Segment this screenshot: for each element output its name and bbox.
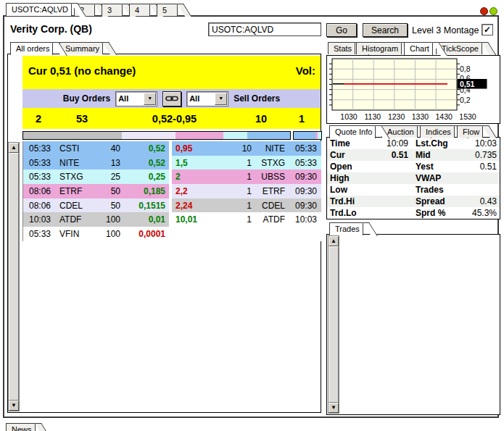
quote-row: Time 10:09 Lst.Chg 10:03 [327, 138, 500, 149]
order-filter-bar: Buy Orders All ▼ All ▼ Sell Orders [22, 89, 321, 108]
scroll-up-icon[interactable]: ▲ [329, 236, 339, 246]
current-price-marker: 0,51 [460, 80, 475, 88]
book-scrollbar[interactable]: ▲ ▼ [8, 142, 20, 411]
quote-row: Low Trades [327, 184, 500, 196]
sell-filter-dropdown[interactable]: All ▼ [186, 91, 228, 106]
depth-seg-cyan [223, 132, 247, 139]
tab-all-orders[interactable]: All orders [10, 42, 53, 55]
scrollbar-thumb[interactable] [9, 153, 19, 401]
tab-chart[interactable]: Chart [404, 42, 433, 55]
window-tab-symbol[interactable]: USOTC:AQLVD [6, 3, 72, 16]
order-book: 05:33 CSTI 40 0,52 0,95 10 NITE 05:33 05… [22, 141, 321, 241]
depth-seg-blue [294, 132, 315, 139]
trades-scrollbar[interactable]: ▲ ▼ [328, 235, 339, 414]
bid-row[interactable]: 05:33 CSTI 40 0,52 [23, 141, 169, 156]
bid-size: 100 [104, 214, 129, 225]
quote-label: Trades [408, 185, 455, 195]
bid-mm: NITE [59, 158, 104, 168]
tab-stats[interactable]: Stats [328, 42, 355, 54]
check-icon: ✓ [484, 25, 491, 35]
ask-price: 0,95 [172, 143, 222, 154]
quote-label: Cur [327, 150, 368, 160]
bid-mm: CDEL [59, 201, 104, 211]
ask-price: 2,2 [172, 186, 222, 196]
tab-quote-info[interactable]: Quote Info [329, 125, 376, 138]
tab-label: News [12, 425, 32, 431]
bid-price: 0,0001 [129, 229, 169, 239]
quote-label: Trd.Lo [327, 208, 368, 218]
status-dot-green-icon [489, 7, 497, 15]
sell-orders-label: Sell Orders [234, 93, 280, 104]
tab-indices[interactable]: Indices [420, 125, 455, 138]
ask-mm: CDEL [252, 201, 285, 211]
book-row: 08:06 ETRF 50 0,185 2,2 1 ETRF 09:30 [23, 184, 321, 198]
quote-value: 0.43 [455, 196, 500, 206]
chain-link-icon [165, 95, 178, 102]
ask-row[interactable]: 2 1 UBSS 09:30 [172, 170, 321, 184]
x-tick: 1330 [412, 112, 429, 121]
scroll-down-icon[interactable]: ▼ [9, 401, 19, 411]
buy-filter-value: All [116, 94, 144, 103]
ask-mm: STXG [252, 158, 285, 168]
quote-row: Open Yest 0.51 [327, 161, 500, 172]
quote-label: Mid [408, 150, 455, 160]
depth-bar-main [22, 131, 291, 140]
chevron-down-icon[interactable]: ▼ [215, 93, 227, 105]
window-tab-3[interactable]: 3 [102, 4, 123, 16]
search-button[interactable]: Search [363, 23, 408, 37]
scroll-down-icon[interactable]: ▼ [329, 403, 339, 413]
price-chart: 0,8 0,6 0,4 0,2 0,51 1030 1130 1230 1330… [326, 55, 500, 124]
ask-price: 1,5 [172, 158, 222, 168]
bid-mm: ETRF [59, 186, 104, 196]
link-filters-button[interactable] [162, 91, 181, 106]
tab-flow[interactable]: Flow [457, 125, 483, 138]
bid-mm: ATDF [59, 214, 104, 225]
book-row: 08:06 CDEL 50 0,1515 2,24 1 CDEL 09:30 [23, 198, 321, 213]
ask-size: 1 [222, 201, 252, 211]
bid-row[interactable]: 10:03 ATDF 100 0,01 [23, 212, 169, 227]
window-tab-4[interactable]: 4 [129, 4, 150, 16]
ask-row[interactable]: 2,2 1 ETRF 09:30 [172, 184, 321, 198]
tab-news[interactable]: News [6, 423, 36, 431]
bid-mm: CSTI [59, 143, 104, 154]
quote-label: Lst.Chg [408, 138, 455, 148]
bid-mm: STXG [59, 172, 104, 182]
book-totals-row: 2 53 0,52-0,95 10 1 [22, 108, 321, 129]
symbol-input[interactable] [208, 22, 321, 36]
ask-row[interactable]: 2,24 1 CDEL 09:30 [172, 198, 321, 213]
bid-price: 0,1515 [129, 201, 169, 211]
ask-row[interactable]: 0,95 10 NITE 05:33 [172, 141, 321, 156]
bid-row[interactable]: 05:33 STXG 25 0,25 [23, 170, 169, 184]
quote-row: Trd.Lo Sprd % 45.3% [327, 207, 500, 219]
depth-seg-lavender [122, 132, 175, 139]
ask-mm: ETRF [252, 186, 285, 196]
depth-bar-right [293, 131, 322, 140]
bid-row[interactable]: 08:06 CDEL 50 0,1515 [23, 198, 169, 213]
depth-seg-gray [23, 132, 122, 139]
quote-value: 0.51 [368, 150, 408, 160]
window-tab-5[interactable]: 5 [157, 4, 178, 16]
go-button[interactable]: Go [326, 23, 357, 37]
bid-price: 0,01 [129, 214, 169, 225]
sell-size-total: 10 [239, 113, 283, 125]
level3-montage-checkbox[interactable]: ✓ [482, 24, 493, 35]
trades-panel: ▲ ▼ [326, 234, 500, 415]
buy-filter-dropdown[interactable]: All ▼ [115, 91, 157, 106]
quote-label: Spread [408, 196, 455, 206]
bid-row[interactable]: 05:33 NITE 13 0,52 [23, 156, 169, 170]
tab-histogram[interactable]: Histogram [356, 42, 402, 54]
bid-row[interactable]: 05:33 VFIN 100 0,0001 [23, 227, 169, 241]
scrollbar-thumb[interactable] [329, 246, 339, 403]
tab-label: Trades [335, 225, 360, 233]
ask-row[interactable]: 10,01 1 ATDF 10:03 [172, 212, 321, 227]
ask-row[interactable]: 1,5 1 STXG 05:33 [172, 156, 321, 170]
bid-size: 40 [104, 143, 129, 154]
chevron-down-icon[interactable]: ▼ [144, 93, 156, 105]
scroll-up-icon[interactable]: ▲ [9, 143, 19, 153]
bid-time: 10:03 [23, 214, 59, 225]
bid-row[interactable]: 08:06 ETRF 50 0,185 [23, 184, 169, 198]
depth-seg-pink [175, 132, 223, 139]
quote-value: 0.51 [455, 162, 500, 172]
tab-trades[interactable]: Trades [329, 222, 363, 235]
tab-summary[interactable]: Summary [59, 42, 103, 54]
